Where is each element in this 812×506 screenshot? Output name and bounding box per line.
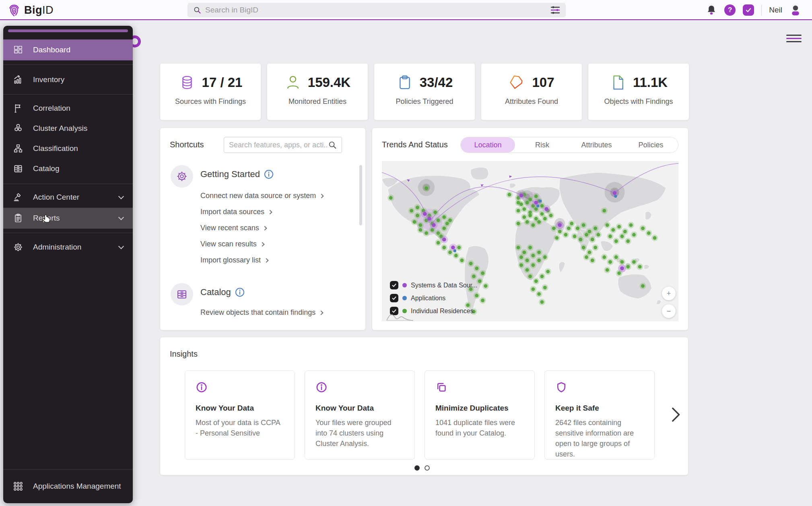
trends-panel: Trends And Status Location Risk Attribut… bbox=[372, 128, 688, 330]
insight-card-know-your-data-2[interactable]: Know Your Data Your files were grouped i… bbox=[305, 370, 415, 460]
chevron-right-icon bbox=[268, 210, 272, 214]
catalog-icon-circle bbox=[171, 283, 193, 306]
insight-body: Most of your data is CCPA - Personal Sen… bbox=[196, 417, 284, 438]
insight-body: 1041 duplicate files were found in your … bbox=[435, 417, 524, 438]
menu-hamburger-icon[interactable] bbox=[786, 35, 802, 44]
avatar[interactable] bbox=[789, 4, 802, 16]
link-view-recent-scans[interactable]: View recent scans bbox=[200, 224, 266, 232]
search-icon bbox=[328, 140, 337, 149]
sidebar: Dashboard Inventory Correlation Cluster … bbox=[3, 26, 133, 503]
sidebar-item-reports[interactable]: Reports bbox=[3, 208, 133, 229]
sidebar-drag-pill[interactable] bbox=[8, 29, 128, 32]
tag-icon bbox=[509, 74, 526, 91]
link-connect-data-source[interactable]: Connect new data source or system bbox=[200, 192, 323, 200]
stat-value: 17 / 21 bbox=[202, 75, 243, 90]
stat-value: 107 bbox=[532, 75, 554, 90]
sidebar-item-catalog[interactable]: Catalog bbox=[3, 159, 133, 179]
link-import-data-sources[interactable]: Import data sources bbox=[200, 208, 272, 216]
chevron-down-icon bbox=[118, 243, 124, 249]
sidebar-item-label: Catalog bbox=[33, 164, 123, 173]
search-icon bbox=[193, 6, 201, 14]
info-icon[interactable] bbox=[235, 287, 245, 297]
legend-applications: Applications bbox=[390, 294, 445, 302]
divider bbox=[3, 469, 133, 470]
stat-card-objects[interactable]: 11.1K Objects with Findings bbox=[588, 64, 689, 120]
scrollbar-thumb[interactable] bbox=[359, 165, 362, 225]
global-search-input[interactable] bbox=[205, 6, 550, 14]
tasks-check-icon[interactable] bbox=[743, 4, 754, 16]
trends-title: Trends And Status bbox=[382, 140, 448, 149]
cursor-hand-icon bbox=[42, 214, 52, 224]
catalog-icon bbox=[176, 288, 188, 300]
sidebar-item-administration[interactable]: Administration bbox=[3, 237, 133, 258]
administration-gear-icon bbox=[13, 242, 23, 252]
chevron-down-icon bbox=[118, 193, 124, 199]
shield-icon bbox=[555, 381, 567, 393]
chevron-right-icon bbox=[262, 226, 267, 230]
map-zoom-in-button[interactable]: + bbox=[662, 287, 676, 300]
sidebar-item-correlation[interactable]: Correlation bbox=[3, 98, 133, 118]
insight-cards: Know Your Data Most of your data is CCPA… bbox=[185, 370, 655, 460]
stat-card-policies[interactable]: 33/42 Policies Triggered bbox=[374, 64, 475, 120]
link-import-glossary-list[interactable]: Import glossary list bbox=[200, 256, 268, 264]
classification-icon bbox=[13, 143, 23, 154]
shortcuts-search[interactable] bbox=[224, 137, 342, 153]
tab-policies[interactable]: Policies bbox=[624, 137, 678, 153]
pager-dot[interactable] bbox=[425, 465, 430, 471]
stat-label: Sources with Findings bbox=[160, 97, 261, 106]
stat-card-entities[interactable]: 159.4K Monitored Entities bbox=[267, 64, 368, 120]
stat-value: 11.1K bbox=[633, 75, 668, 90]
stat-card-sources[interactable]: 17 / 21 Sources with Findings bbox=[160, 64, 261, 120]
legend-dot-blue bbox=[402, 296, 407, 300]
info-icon[interactable] bbox=[264, 169, 274, 179]
sidebar-item-label: Applications Management bbox=[33, 482, 123, 491]
dashboard-icon bbox=[13, 45, 23, 55]
sidebar-item-classification[interactable]: Classification bbox=[3, 138, 133, 159]
brand-logo[interactable]: BigID bbox=[7, 3, 54, 17]
sparkline-icon bbox=[386, 312, 414, 321]
pager-dot-active[interactable] bbox=[414, 465, 420, 471]
world-map[interactable]: Systems & Data Sour... Applications Indi… bbox=[382, 161, 678, 321]
checkbox-checked-icon[interactable] bbox=[390, 294, 398, 302]
divider bbox=[3, 184, 133, 184]
filter-sliders-icon[interactable] bbox=[550, 6, 560, 14]
sidebar-item-dashboard[interactable]: Dashboard bbox=[3, 39, 133, 60]
bell-icon[interactable] bbox=[706, 4, 717, 16]
chevron-down-icon bbox=[118, 214, 124, 220]
insights-title: Insights bbox=[170, 349, 198, 359]
inventory-icon bbox=[13, 74, 23, 85]
shortcuts-search-input[interactable] bbox=[229, 141, 328, 149]
sidebar-item-label: Cluster Analysis bbox=[33, 124, 123, 133]
divider bbox=[3, 233, 133, 233]
link-review-objects[interactable]: Review objects that contain findings bbox=[200, 308, 323, 317]
global-search[interactable] bbox=[188, 3, 566, 17]
sidebar-item-cluster-analysis[interactable]: Cluster Analysis bbox=[3, 118, 133, 138]
tab-risk[interactable]: Risk bbox=[515, 137, 569, 153]
sidebar-item-applications-management[interactable]: Applications Management bbox=[3, 476, 133, 497]
help-icon[interactable]: ? bbox=[724, 4, 736, 16]
carousel-next-icon[interactable] bbox=[670, 407, 682, 423]
checkbox-checked-icon[interactable] bbox=[390, 281, 398, 289]
tab-location[interactable]: Location bbox=[461, 137, 515, 153]
sidebar-item-inventory[interactable]: Inventory bbox=[3, 69, 133, 90]
chevron-right-icon bbox=[260, 242, 264, 246]
map-zoom-out-button[interactable]: − bbox=[662, 304, 676, 318]
stat-card-attributes[interactable]: 107 Attributes Found bbox=[481, 64, 582, 120]
stat-label: Policies Triggered bbox=[374, 97, 475, 106]
getting-started-icon-circle bbox=[171, 165, 193, 188]
stat-label: Attributes Found bbox=[481, 97, 582, 106]
document-icon bbox=[610, 74, 627, 91]
reports-icon bbox=[13, 213, 23, 223]
brand-name: BigID bbox=[24, 4, 54, 17]
link-view-scan-results[interactable]: View scan results bbox=[200, 240, 264, 248]
divider bbox=[3, 64, 133, 65]
catalog-icon bbox=[13, 163, 23, 174]
insight-card-know-your-data-1[interactable]: Know Your Data Most of your data is CCPA… bbox=[185, 370, 295, 460]
insight-card-keep-it-safe[interactable]: Keep it Safe 2642 files containing sensi… bbox=[544, 370, 655, 460]
insight-card-minimize-duplicates[interactable]: Minimize Duplicates 1041 duplicate files… bbox=[425, 370, 535, 460]
insight-body: Your files were grouped into 74 clusters… bbox=[315, 417, 404, 449]
tab-attributes[interactable]: Attributes bbox=[569, 137, 624, 153]
stat-value: 33/42 bbox=[420, 75, 453, 90]
sidebar-item-label: Administration bbox=[33, 243, 109, 252]
sidebar-item-action-center[interactable]: Action Center bbox=[3, 187, 133, 208]
